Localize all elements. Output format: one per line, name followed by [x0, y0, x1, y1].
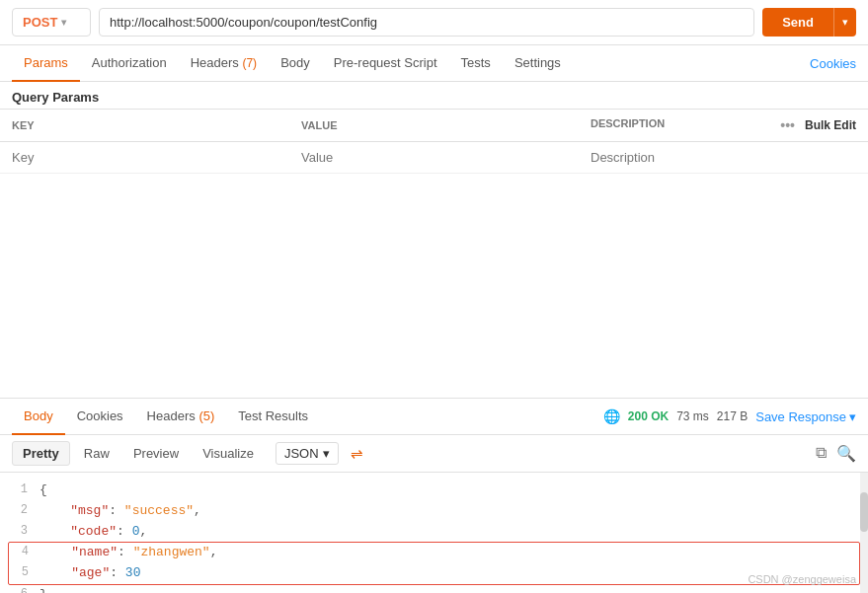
response-size: 217 B	[717, 409, 748, 423]
request-tabs: Params Authorization Headers (7) Body Pr…	[0, 45, 868, 82]
resp-tab-cookies[interactable]: Cookies	[65, 399, 135, 435]
method-chevron-icon: ▾	[61, 17, 66, 28]
format-select[interactable]: JSON ▾	[276, 442, 339, 465]
method-label: POST	[23, 15, 57, 30]
value-input[interactable]	[301, 150, 567, 165]
col-key: KEY	[0, 110, 289, 142]
more-options-icon[interactable]: •••	[780, 117, 795, 133]
view-tab-preview[interactable]: Preview	[123, 442, 189, 465]
wrap-icon[interactable]: ⇌	[351, 445, 363, 463]
resp-headers-badge: (5)	[198, 408, 214, 423]
json-line-3: 3 "code": 0,	[0, 522, 868, 543]
line-number: 6	[8, 585, 39, 593]
send-button-group: Send ▾	[762, 8, 856, 37]
method-select[interactable]: POST ▾	[12, 8, 91, 37]
json-output: 1 { 2 "msg": "success", 3 "code": 0,	[0, 473, 868, 593]
json-line-2: 2 "msg": "success",	[0, 501, 868, 522]
view-tab-visualize[interactable]: Visualize	[193, 442, 264, 465]
json-line-5: 5 "age": 30	[9, 563, 859, 584]
cookies-link[interactable]: Cookies	[810, 46, 856, 81]
view-tab-raw[interactable]: Raw	[74, 442, 119, 465]
response-status: 200 OK	[628, 409, 669, 423]
view-tabs-right: ⧉ 🔍	[816, 444, 856, 463]
url-bar: POST ▾ Send ▾	[0, 0, 868, 45]
col-value: VALUE	[289, 110, 579, 142]
line-number: 5	[9, 563, 40, 582]
json-line-1: 1 {	[0, 481, 868, 501]
tab-headers[interactable]: Headers (7)	[179, 45, 269, 82]
save-response-chevron-icon: ▾	[849, 409, 856, 424]
resp-tab-body[interactable]: Body	[12, 399, 65, 435]
send-dropdown-button[interactable]: ▾	[833, 8, 856, 37]
json-content: {	[39, 481, 860, 501]
line-number: 4	[9, 543, 40, 561]
save-response-button[interactable]: Save Response ▾	[755, 409, 856, 424]
col-description: DESCRIPTION ••• Bulk Edit	[579, 110, 868, 142]
description-input[interactable]	[591, 150, 856, 165]
params-placeholder-row	[0, 142, 868, 174]
globe-icon: 🌐	[603, 408, 620, 424]
format-chevron-icon: ▾	[323, 446, 330, 461]
send-button[interactable]: Send	[762, 8, 833, 37]
response-tabs: Body Cookies Headers (5) Test Results 🌐 …	[0, 399, 868, 435]
line-number: 1	[8, 481, 39, 499]
view-tab-pretty[interactable]: Pretty	[12, 441, 70, 466]
response-time: 73 ms	[676, 409, 709, 423]
query-params-section: Query Params KEY VALUE DESCRIPTION ••• B…	[0, 82, 868, 279]
line-number: 3	[8, 522, 39, 541]
json-content: "msg": "success",	[39, 501, 860, 522]
params-table: KEY VALUE DESCRIPTION ••• Bulk Edit	[0, 109, 868, 174]
response-meta: 🌐 200 OK 73 ms 217 B Save Response ▾	[603, 408, 856, 424]
bulk-edit-button[interactable]: Bulk Edit	[805, 118, 856, 132]
tab-settings[interactable]: Settings	[503, 45, 573, 82]
json-line-4: 4 "name": "zhangwen",	[9, 543, 859, 563]
json-content: "age": 30	[40, 563, 859, 584]
view-tabs: Pretty Raw Preview Visualize JSON ▾ ⇌ ⧉ …	[0, 435, 868, 473]
scrollbar-thumb[interactable]	[860, 492, 868, 532]
headers-badge: (7)	[242, 56, 257, 70]
json-content: "code": 0,	[39, 522, 860, 543]
resp-tab-headers[interactable]: Headers (5)	[135, 399, 227, 435]
response-section: Body Cookies Headers (5) Test Results 🌐 …	[0, 398, 868, 593]
tab-tests[interactable]: Tests	[449, 45, 503, 82]
line-number: 2	[8, 501, 39, 520]
query-params-title: Query Params	[0, 82, 868, 105]
json-content: }	[39, 585, 860, 593]
tab-authorization[interactable]: Authorization	[80, 45, 179, 82]
tab-params[interactable]: Params	[12, 45, 80, 82]
url-input[interactable]	[99, 8, 754, 37]
tab-body[interactable]: Body	[269, 45, 322, 82]
copy-icon[interactable]: ⧉	[816, 444, 827, 463]
watermark: CSDN @zenggeweisa	[748, 573, 856, 585]
json-content: "name": "zhangwen",	[40, 543, 859, 563]
resp-tab-test-results[interactable]: Test Results	[226, 399, 320, 435]
json-line-6: 6 }	[0, 585, 868, 593]
search-icon[interactable]: 🔍	[836, 444, 856, 463]
highlighted-block: 4 "name": "zhangwen", 5 "age": 30	[8, 542, 860, 585]
key-input[interactable]	[12, 150, 277, 165]
json-output-area: 1 { 2 "msg": "success", 3 "code": 0,	[0, 473, 868, 593]
scrollbar-track[interactable]	[860, 473, 868, 593]
tab-prerequest[interactable]: Pre-request Script	[322, 45, 449, 82]
